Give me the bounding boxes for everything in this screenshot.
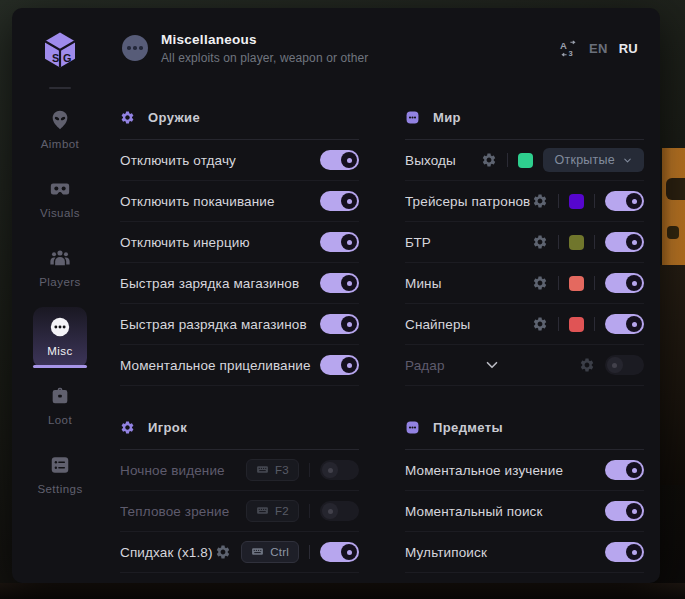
- color-swatch[interactable]: [518, 153, 533, 168]
- section-header: Предметы: [405, 419, 644, 435]
- chevron-down-icon[interactable]: [483, 356, 501, 374]
- keyboard-icon: [256, 463, 269, 476]
- toggle-switch[interactable]: [320, 460, 359, 480]
- toggle-switch[interactable]: [320, 355, 359, 375]
- row-controls: [579, 355, 644, 375]
- row-settings-gear-icon[interactable]: [532, 316, 548, 332]
- dots-box-icon: [405, 110, 420, 125]
- row-controls: [605, 501, 644, 521]
- dropdown-select[interactable]: Открытые: [543, 148, 644, 172]
- toggle-switch[interactable]: [605, 460, 644, 480]
- toggle-switch[interactable]: [320, 542, 359, 562]
- hotkey-badge[interactable]: Ctrl: [241, 541, 299, 563]
- header-text: Miscellaneous All exploits on player, we…: [161, 32, 368, 65]
- vertical-divider: [507, 153, 508, 167]
- sidebar-item-label: Settings: [37, 483, 82, 495]
- language-option-en[interactable]: EN: [589, 41, 608, 56]
- vr-goggles-icon: [49, 178, 71, 200]
- svg-text:S: S: [52, 52, 59, 64]
- sign-glyph: [666, 178, 685, 200]
- color-swatch[interactable]: [569, 235, 584, 250]
- sidebar-item-aimbot[interactable]: Aimbot: [33, 100, 87, 161]
- toggle-switch[interactable]: [320, 232, 359, 252]
- vertical-divider: [309, 463, 310, 477]
- row-settings-gear-icon[interactable]: [481, 152, 497, 168]
- toggle-knob: [626, 544, 642, 560]
- sidebar-nav: AimbotVisualsPlayersMiscLootSettings: [33, 100, 87, 514]
- row-settings-gear-icon[interactable]: [532, 275, 548, 291]
- toggle-knob: [341, 193, 357, 209]
- feature-row: ВыходыОткрытые: [405, 140, 644, 181]
- feature-row: Мультипоиск: [405, 532, 644, 573]
- toggle-knob: [341, 152, 357, 168]
- row-controls: [605, 542, 644, 562]
- toggle-switch[interactable]: [605, 232, 644, 252]
- sidebar-item-misc[interactable]: Misc: [33, 307, 87, 368]
- color-swatch[interactable]: [569, 276, 584, 291]
- toggle-switch[interactable]: [605, 191, 644, 211]
- feature-row: Отключить инерцию: [120, 222, 359, 263]
- hotkey-badge[interactable]: F3: [246, 459, 299, 481]
- color-swatch[interactable]: [569, 194, 584, 209]
- sidebar-item-players[interactable]: Players: [33, 238, 87, 299]
- row-settings-gear-icon[interactable]: [532, 234, 548, 250]
- sidebar-item-loot[interactable]: Loot: [33, 376, 87, 437]
- feature-label: Мины: [405, 276, 442, 291]
- sidebar-item-settings[interactable]: Settings: [33, 445, 87, 506]
- sidebar-item-label: Aimbot: [41, 138, 80, 150]
- section-предметы: ПредметыМоментальное изучениеМоментальны…: [405, 398, 644, 573]
- feature-label: Спидхак (x1.8): [120, 545, 213, 560]
- row-controls: [605, 460, 644, 480]
- language-option-ru[interactable]: RU: [619, 41, 638, 56]
- hotkey-badge[interactable]: F2: [246, 500, 299, 522]
- sidebar-item-label: Visuals: [40, 207, 80, 219]
- feature-row: Спидхак (x1.8)Ctrl: [120, 532, 359, 573]
- toggle-switch[interactable]: [605, 501, 644, 521]
- feature-row: Моментальное изучение: [405, 450, 644, 491]
- svg-text:G: G: [63, 52, 71, 64]
- sidebar: S G AimbotVisualsPlayersMiscLootSettings: [12, 8, 108, 583]
- section-header: Мир: [405, 109, 644, 125]
- toggle-knob: [626, 316, 642, 332]
- section-title: Мир: [433, 110, 461, 125]
- toggle-knob: [322, 503, 338, 519]
- feature-label: БТР: [405, 235, 431, 250]
- vertical-divider: [309, 545, 310, 559]
- color-swatch[interactable]: [569, 317, 584, 332]
- row-settings-gear-icon[interactable]: [532, 193, 548, 209]
- toggle-switch[interactable]: [605, 542, 644, 562]
- svg-text:A: A: [560, 39, 567, 50]
- feature-label: Отключить инерцию: [120, 235, 250, 250]
- gear-icon: [120, 420, 135, 435]
- feature-row: Отключить покачивание: [120, 181, 359, 222]
- toggle-switch[interactable]: [605, 314, 644, 334]
- row-controls: [532, 314, 644, 334]
- toggle-switch[interactable]: [605, 355, 644, 375]
- toggle-switch[interactable]: [320, 150, 359, 170]
- sidebar-item-visuals[interactable]: Visuals: [33, 169, 87, 230]
- feature-row: Отключить отдачу: [120, 140, 359, 181]
- section-оружие: ОружиеОтключить отдачуОтключить покачива…: [120, 88, 359, 386]
- toggle-switch[interactable]: [320, 501, 359, 521]
- row-controls: Ctrl: [215, 541, 359, 563]
- feature-label: Моментальное прицеливание: [120, 358, 311, 373]
- toggle-knob: [341, 544, 357, 560]
- row-settings-gear-icon[interactable]: [215, 544, 231, 560]
- feature-row: Ночное видениеF3: [120, 450, 359, 491]
- briefcase-icon: [49, 385, 71, 407]
- hotkey-label: F3: [275, 464, 289, 476]
- feature-row: Тепловое зрениеF2: [120, 491, 359, 532]
- toggle-switch[interactable]: [320, 191, 359, 211]
- toggle-switch[interactable]: [605, 273, 644, 293]
- section-title: Игрок: [148, 420, 187, 435]
- toggle-switch[interactable]: [320, 314, 359, 334]
- language-switch: A з ENRU: [559, 39, 638, 58]
- vertical-divider: [558, 235, 559, 249]
- toggle-knob: [626, 193, 642, 209]
- vertical-divider: [594, 235, 595, 249]
- translate-icon: A з: [559, 39, 578, 58]
- toggle-knob: [626, 462, 642, 478]
- toggle-switch[interactable]: [320, 273, 359, 293]
- row-settings-gear-icon[interactable]: [579, 357, 595, 373]
- row-controls: F3: [246, 459, 359, 481]
